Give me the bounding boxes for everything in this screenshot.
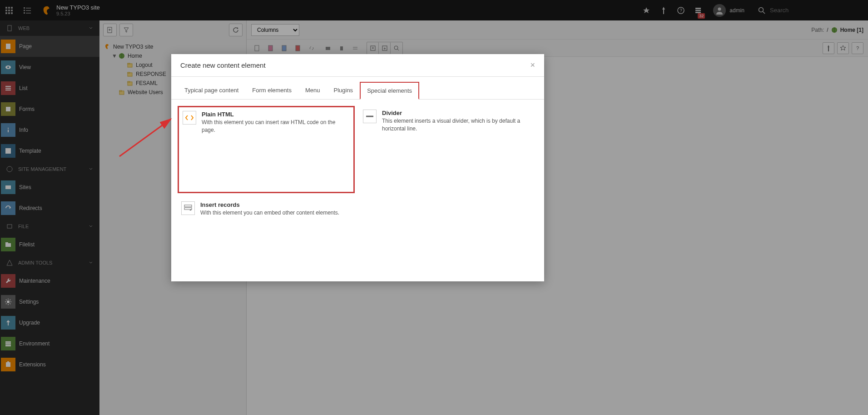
modal-close-button[interactable]: × (530, 60, 535, 70)
tab-plugins[interactable]: Plugins (327, 82, 360, 100)
ce-description: This element inserts a visual divider, w… (382, 117, 533, 133)
ce-title: Insert records (200, 201, 351, 208)
html-icon (183, 111, 196, 125)
tab-menu[interactable]: Menu (298, 82, 327, 100)
modal-title: Create new content element (180, 61, 266, 69)
svg-rect-77 (184, 208, 192, 210)
ce-title: Plain HTML (202, 111, 350, 118)
tab-form-elements[interactable]: Form elements (245, 82, 298, 100)
tab-typical-page-content[interactable]: Typical page content (178, 82, 245, 100)
content-element-divider[interactable]: DividerThis element inserts a visual div… (359, 106, 536, 193)
ce-title: Divider (382, 110, 533, 116)
divider-icon (363, 110, 377, 123)
content-element-insert-records[interactable]: Insert recordsWith this element you can … (178, 198, 355, 275)
svg-rect-76 (184, 205, 192, 207)
tab-special-elements[interactable]: Special elements (360, 82, 419, 100)
ce-description: With this element you can embed other co… (200, 209, 351, 217)
ce-description: With this element you can insert raw HTM… (202, 119, 350, 134)
content-element-plain-html[interactable]: Plain HTMLWith this element you can inse… (178, 106, 355, 193)
new-content-element-modal: Create new content element × Typical pag… (171, 54, 544, 281)
records-icon (181, 201, 195, 215)
